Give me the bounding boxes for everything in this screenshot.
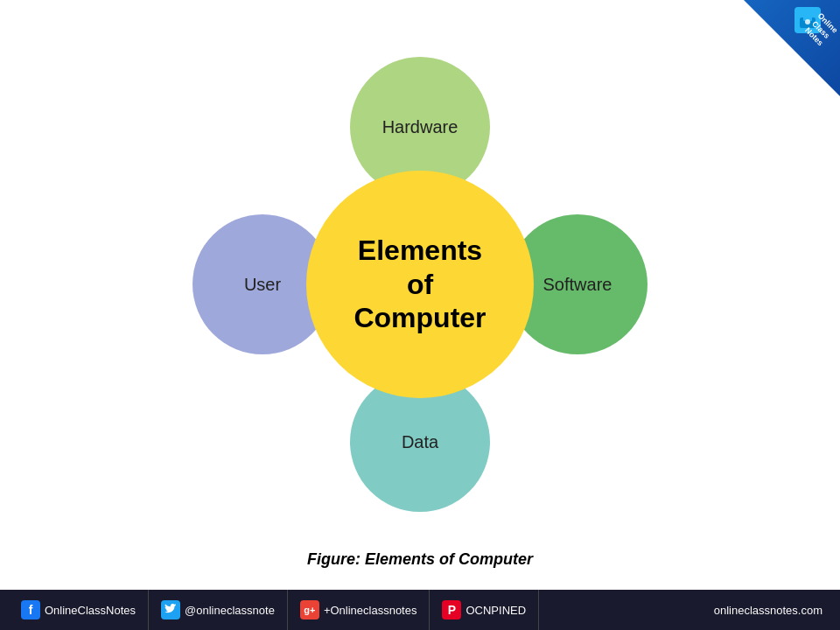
venn-diagram: Hardware Software Data User ElementsofCo… [175,39,665,529]
footer-bar: f OnlineClassNotes @onlineclassnote g+ +… [0,590,840,630]
pinterest-icon: P [442,600,461,620]
twitter-icon [161,600,180,620]
footer-facebook[interactable]: f OnlineClassNotes [9,590,149,630]
hardware-label: Hardware [382,117,458,137]
gplus-icon: g+ [300,600,319,620]
footer-url: onlineclassnotes.com [714,604,831,617]
footer-pinterest[interactable]: P OCNPINED [430,590,539,630]
center-label: ElementsofComputer [354,234,486,334]
corner-badge: OnlineClassNotes [744,0,840,96]
software-label: Software [543,275,612,295]
footer-pinterest-text: OCNPINED [466,604,526,617]
footer-gplus-text: +Onlineclassnotes [324,604,417,617]
footer-gplus[interactable]: g+ +Onlineclassnotes [288,590,430,630]
center-circle: ElementsofComputer [306,171,534,398]
user-label: User [244,275,281,295]
figure-caption: Figure: Elements of Computer [0,550,840,569]
footer-facebook-text: OnlineClassNotes [45,604,136,617]
footer-twitter-text: @onlineclassnote [185,604,275,617]
footer-twitter[interactable]: @onlineclassnote [149,590,288,630]
diagram-area: Hardware Software Data User ElementsofCo… [0,26,840,542]
data-label: Data [402,432,438,452]
facebook-icon: f [21,600,40,620]
